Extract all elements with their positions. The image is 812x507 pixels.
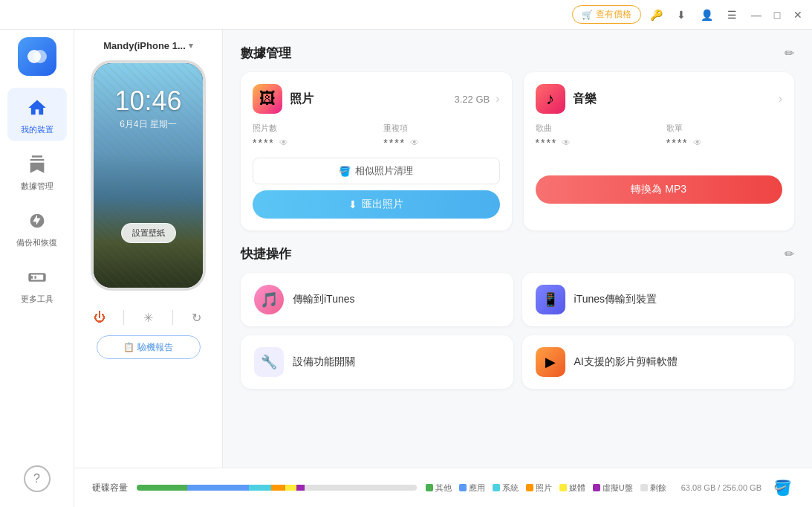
quick-actions-title: 快捷操作 bbox=[241, 245, 291, 262]
export-icon: ⬇ bbox=[348, 198, 357, 210]
legend-udisk: 虛擬U盤 bbox=[593, 482, 633, 494]
legend-free-label: 剩餘 bbox=[650, 482, 666, 494]
minimize-button[interactable]: — bbox=[750, 8, 763, 22]
sidebar-item-label-my-device: 我的裝置 bbox=[21, 124, 53, 135]
price-label: 查有價格 bbox=[596, 8, 631, 21]
quick-actions-header: 快捷操作 ✏ bbox=[241, 245, 794, 262]
quick-item-ai-video-label: AI支援的影片剪輯軟體 bbox=[574, 355, 678, 369]
photos-stat2-value: **** bbox=[383, 137, 406, 149]
sidebar-item-label-tools: 更多工具 bbox=[21, 294, 53, 305]
quick-item-device-toggle-label: 設備功能開關 bbox=[293, 355, 355, 369]
music-stat2-eye-icon[interactable]: 👁 bbox=[693, 138, 702, 148]
storage-media bbox=[285, 485, 296, 491]
quick-item-itunes-export[interactable]: 🎵 傳輸到iTunes bbox=[241, 273, 513, 326]
legend-apps-label: 應用 bbox=[469, 482, 485, 494]
photos-arrow-icon[interactable]: › bbox=[496, 92, 499, 106]
sidebar-item-tools[interactable]: 更多工具 bbox=[7, 257, 67, 311]
diagnostics-button[interactable]: 📋 驗機報告 bbox=[97, 335, 201, 359]
music-card: ♪ 音樂 › 歌曲 **** 👁 bbox=[524, 72, 795, 230]
titlebar-actions: 🛒 查有價格 🔑 ⬇ 👤 ☰ — □ ✕ bbox=[572, 4, 805, 25]
device-selector[interactable]: Mandy(iPhone 1... ▾ bbox=[103, 40, 193, 51]
cart-icon: 🛒 bbox=[582, 10, 593, 20]
quick-actions-section: 快捷操作 ✏ 🎵 傳輸到iTunes 📱 iTunes傳輸到裝置 bbox=[241, 245, 794, 389]
music-stat2-value: **** bbox=[666, 137, 689, 149]
refresh-button[interactable]: ↻ bbox=[185, 306, 209, 329]
chevron-down-icon: ▾ bbox=[189, 41, 193, 51]
phone-mockup: 10:46 6月4日 星期一 設置壁紙 bbox=[91, 60, 206, 291]
storage-apps bbox=[187, 485, 249, 491]
diagnostics-label: 驗機報告 bbox=[137, 341, 173, 354]
phone-controls: ⏻ ✳ ↻ bbox=[82, 300, 215, 335]
key-icon[interactable]: 🔑 bbox=[646, 4, 666, 25]
photos-stat1-eye-icon[interactable]: 👁 bbox=[279, 138, 288, 148]
data-management-edit-icon[interactable]: ✏ bbox=[785, 46, 794, 60]
similar-photos-btn[interactable]: 🪣 相似照片清理 bbox=[253, 158, 500, 184]
legend-system-label: 系統 bbox=[502, 482, 519, 494]
storage-photos bbox=[271, 485, 285, 491]
menu-icon[interactable]: ☰ bbox=[721, 4, 742, 25]
quick-item-ai-video[interactable]: ▶ AI支援的影片剪輯軟體 bbox=[522, 335, 795, 389]
sidebar-item-label-data-mgmt: 數據管理 bbox=[21, 181, 53, 192]
photos-stat1-value: **** bbox=[253, 137, 275, 149]
sidebar-item-backup[interactable]: 備份和恢復 bbox=[7, 201, 67, 254]
data-mgmt-icon bbox=[24, 151, 51, 178]
app-logo bbox=[18, 37, 56, 76]
legend-apps: 應用 bbox=[459, 482, 485, 494]
sidebar-item-data-mgmt[interactable]: 數據管理 bbox=[7, 144, 67, 198]
itunes-export-icon: 🎵 bbox=[254, 285, 284, 314]
storage-free bbox=[305, 485, 417, 491]
storage-system bbox=[249, 485, 271, 491]
sidebar: 我的裝置 數據管理 備份和恢復 更多工具 ? bbox=[0, 30, 74, 507]
set-wallpaper-label[interactable]: 設置壁紙 bbox=[121, 223, 176, 243]
music-stat1-label: 歌曲 bbox=[536, 123, 652, 134]
titlebar: 🛒 查有價格 🔑 ⬇ 👤 ☰ — □ ✕ bbox=[0, 0, 812, 30]
clean-button[interactable]: 🪣 bbox=[770, 476, 794, 500]
data-management-header: 數據管理 ✏ bbox=[241, 45, 794, 62]
legend-udisk-label: 虛擬U盤 bbox=[602, 482, 633, 494]
data-management-title: 數據管理 bbox=[241, 45, 291, 62]
music-icon: ♪ bbox=[536, 84, 565, 114]
storage-legend: 其他 應用 系統 照片 媒體 bbox=[426, 482, 666, 494]
similar-photos-label: 相似照片清理 bbox=[355, 164, 413, 178]
cards-row: 🖼 照片 3.22 GB › 照片數 bbox=[241, 72, 794, 230]
main-layout: 我的裝置 數據管理 備份和恢復 更多工具 ? bbox=[0, 30, 812, 507]
device-toggle-icon: 🔧 bbox=[254, 347, 284, 377]
legend-other: 其他 bbox=[426, 482, 452, 494]
quick-item-itunes-import[interactable]: 📱 iTunes傳輸到裝置 bbox=[522, 273, 795, 326]
quick-item-device-toggle[interactable]: 🔧 設備功能開關 bbox=[241, 335, 513, 389]
right-content: 數據管理 ✏ 🖼 照片 3.22 GB › bbox=[223, 30, 812, 468]
quick-actions-edit-icon[interactable]: ✏ bbox=[785, 247, 794, 261]
price-button[interactable]: 🛒 查有價格 bbox=[572, 5, 641, 24]
sidebar-item-my-device[interactable]: 我的裝置 bbox=[7, 88, 67, 141]
music-arrow-icon[interactable]: › bbox=[779, 92, 782, 106]
device-panel: Mandy(iPhone 1... ▾ 10:46 6月4日 星期一 設置壁紙 … bbox=[74, 30, 223, 468]
storage-bar bbox=[137, 485, 417, 491]
similar-photos-icon: 🪣 bbox=[339, 166, 351, 177]
settings-button[interactable]: ✳ bbox=[136, 306, 160, 329]
export-photos-label: 匯出照片 bbox=[362, 198, 403, 211]
photos-card-title: 照片 bbox=[290, 91, 314, 107]
legend-media-label: 媒體 bbox=[569, 482, 585, 494]
close-button[interactable]: ✕ bbox=[791, 8, 805, 22]
power-button[interactable]: ⏻ bbox=[88, 306, 111, 329]
legend-other-label: 其他 bbox=[435, 482, 452, 494]
photos-stat2-eye-icon[interactable]: 👁 bbox=[410, 138, 419, 148]
sidebar-item-label-backup: 備份和恢復 bbox=[16, 237, 57, 248]
account-icon[interactable]: 👤 bbox=[696, 4, 717, 25]
convert-mp3-label: 轉換為 MP3 bbox=[631, 183, 686, 196]
music-card-title: 音樂 bbox=[573, 91, 597, 107]
download-icon[interactable]: ⬇ bbox=[671, 4, 692, 25]
export-photos-btn[interactable]: ⬇ 匯出照片 bbox=[253, 190, 500, 219]
itunes-import-icon: 📱 bbox=[536, 285, 565, 314]
quick-item-itunes-export-label: 傳輸到iTunes bbox=[293, 293, 355, 306]
legend-photos: 照片 bbox=[526, 482, 552, 494]
home-icon bbox=[24, 94, 51, 121]
legend-system: 系統 bbox=[493, 482, 519, 494]
help-button[interactable]: ? bbox=[24, 465, 51, 492]
storage-udisk bbox=[296, 485, 305, 491]
music-stat1-eye-icon[interactable]: 👁 bbox=[562, 138, 571, 148]
convert-mp3-btn[interactable]: 轉換為 MP3 bbox=[536, 175, 783, 204]
maximize-button[interactable]: □ bbox=[770, 8, 784, 22]
device-name: Mandy(iPhone 1... bbox=[103, 40, 186, 51]
photos-icon: 🖼 bbox=[253, 84, 282, 114]
